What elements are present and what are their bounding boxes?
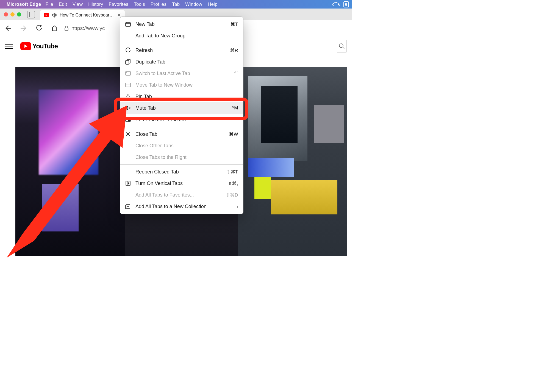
context-label: Enter Picture in Picture (135, 117, 238, 123)
url-text: https://www.yc (71, 25, 105, 31)
lock-icon (64, 26, 69, 31)
address-bar[interactable]: https://www.yc (64, 25, 105, 31)
context-refresh[interactable]: Refresh⌘R (120, 45, 243, 56)
menu-help[interactable]: Help (208, 2, 218, 7)
menu-history[interactable]: History (88, 2, 103, 7)
close-icon (125, 131, 131, 137)
context-label: Add All Tabs to a New Collection (135, 204, 232, 209)
context-label: Add Tab to New Group (135, 33, 238, 39)
svg-rect-7 (126, 83, 131, 87)
collection-icon (125, 203, 131, 209)
context-pip[interactable]: Enter Picture in Picture (120, 114, 243, 125)
context-shortcut: ^M (232, 105, 238, 111)
minimize-window-button[interactable] (10, 12, 15, 16)
context-close[interactable]: Close Tab⌘W (120, 128, 243, 140)
menu-edit[interactable]: Edit (59, 2, 67, 7)
tab-context-menu: New Tab⌘TAdd Tab to New GroupRefresh⌘RDu… (120, 16, 243, 214)
blank-icon (125, 143, 131, 149)
home-button[interactable] (49, 23, 60, 34)
refresh-button[interactable] (34, 23, 45, 34)
context-reopen[interactable]: Reopen Closed Tab⇧⌘T (120, 166, 243, 178)
cloud-icon[interactable] (332, 2, 340, 7)
macos-menubar: Microsoft Edge File Edit View History Fa… (0, 0, 352, 9)
context-label: Close Other Tabs (135, 143, 238, 149)
context-vertical[interactable]: Turn On Vertical Tabs⇧⌘, (120, 178, 243, 189)
context-label: Turn On Vertical Tabs (135, 181, 224, 186)
switch-icon (125, 70, 131, 76)
context-close-other: Close Other Tabs (120, 140, 243, 151)
blank-icon (125, 33, 131, 39)
context-label: Refresh (135, 48, 226, 53)
context-new-tab[interactable]: New Tab⌘T (120, 18, 243, 30)
guide-menu-button[interactable] (5, 44, 13, 49)
context-label: Mute Tab (135, 105, 227, 111)
context-close-right: Close Tabs to the Right (120, 151, 243, 163)
context-add-collection[interactable]: Add All Tabs to a New Collection› (120, 201, 243, 212)
mute-icon (125, 105, 131, 111)
menu-tools[interactable]: Tools (134, 2, 145, 7)
forward-button[interactable] (18, 23, 29, 34)
menu-profiles[interactable]: Profiles (151, 2, 166, 7)
tab-actions-button[interactable] (27, 11, 35, 18)
refresh-icon (125, 47, 131, 53)
app-name[interactable]: Microsoft Edge (7, 2, 41, 7)
audio-playing-icon[interactable] (52, 13, 57, 18)
menu-favorites[interactable]: Favorites (109, 2, 129, 7)
context-add-fav: Add All Tabs to Favorites...⇧⌘D (120, 189, 243, 201)
context-shortcut: ⇧⌘T (226, 169, 238, 175)
youtube-wordmark: YouTube (32, 42, 58, 50)
youtube-logo[interactable]: YouTube (20, 42, 58, 50)
menu-window[interactable]: Window (185, 2, 202, 7)
tab-title: How To Connect Keyboar… (60, 13, 114, 18)
chevron-right-icon: › (236, 203, 238, 210)
context-label: Pin Tab (135, 94, 238, 100)
svg-text:5: 5 (345, 2, 347, 7)
context-mute[interactable]: Mute Tab^M (120, 102, 243, 114)
context-shortcut: ⌘T (231, 21, 238, 27)
shield-icon[interactable]: 5 (343, 1, 349, 7)
search-button[interactable] (337, 40, 347, 53)
vertical-icon (125, 180, 131, 186)
pip-icon (125, 117, 131, 123)
menu-view[interactable]: View (73, 2, 83, 7)
context-shortcut: ⌘W (229, 131, 238, 137)
youtube-favicon-icon (44, 13, 49, 17)
context-switch-last: Switch to Last Active Tab^` (120, 68, 243, 79)
plus-tab-icon (125, 21, 131, 27)
back-button[interactable] (3, 23, 14, 34)
blank-icon (125, 154, 131, 160)
fullscreen-window-button[interactable] (17, 12, 21, 16)
context-label: Duplicate Tab (135, 59, 238, 65)
blank-icon (125, 169, 131, 175)
context-shortcut: ⇧⌘D (226, 192, 238, 198)
youtube-play-icon (20, 42, 31, 50)
context-label: New Tab (135, 21, 226, 27)
blank-icon (125, 192, 131, 198)
context-pin[interactable]: Pin Tab (120, 91, 243, 102)
context-duplicate[interactable]: Duplicate Tab (120, 56, 243, 68)
menu-tab[interactable]: Tab (172, 2, 180, 7)
pin-icon (125, 93, 131, 100)
context-label: Reopen Closed Tab (135, 169, 222, 175)
context-move-window: Move Tab to New Window (120, 79, 243, 91)
svg-rect-10 (126, 181, 130, 186)
svg-rect-2 (65, 28, 68, 31)
context-label: Close Tabs to the Right (135, 154, 238, 160)
svg-point-3 (339, 44, 343, 48)
window-controls (4, 12, 21, 16)
window-icon (125, 82, 131, 88)
context-label: Close Tab (135, 131, 224, 137)
svg-rect-5 (126, 60, 129, 64)
svg-rect-6 (126, 71, 131, 75)
context-shortcut: ⇧⌘, (228, 181, 238, 186)
context-label: Add All Tabs to Favorites... (135, 192, 221, 198)
duplicate-icon (125, 59, 131, 65)
context-add-group[interactable]: Add Tab to New Group (120, 30, 243, 42)
svg-rect-9 (128, 120, 130, 121)
context-shortcut: ⌘R (230, 48, 238, 53)
context-label: Switch to Last Active Tab (135, 71, 230, 76)
close-window-button[interactable] (4, 12, 8, 16)
browser-tab[interactable]: How To Connect Keyboar… ✕ (40, 10, 125, 20)
context-shortcut: ^` (234, 71, 238, 76)
menu-file[interactable]: File (46, 2, 53, 7)
